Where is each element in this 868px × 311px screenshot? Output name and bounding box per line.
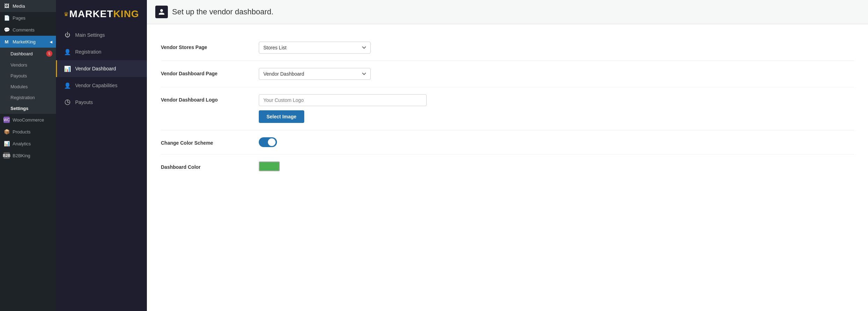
mk-nav-label: Vendor Dashboard [75,66,116,71]
select-image-button[interactable]: Select Image [259,110,304,123]
mk-nav-vendor-capabilities[interactable]: 👤 Vendor Capabilities [56,77,147,94]
toggle-thumb [268,138,276,146]
logo-text: MarketKing [69,8,139,20]
sidebar-item-label: Media [13,4,52,9]
marketking-icon: M [3,39,10,45]
setting-label-color-scheme: Change Color Scheme [161,137,252,146]
dashboard-color-swatch[interactable] [259,161,280,171]
mk-nav-label: Registration [75,49,101,55]
setting-vendor-dashboard-logo: Vendor Dashboard Logo Select Image [161,87,854,130]
vendor-dashboard-icon: 📊 [64,65,71,72]
mk-nav-vendor-dashboard[interactable]: 📊 Vendor Dashboard [56,60,147,77]
setting-label-vendor-logo: Vendor Dashboard Logo [161,94,252,103]
submenu-item-label: Modules [10,84,52,89]
sidebar-item-comments[interactable]: 💬 Comments [0,24,56,36]
sidebar-item-woocommerce[interactable]: WC WooCommerce [0,114,56,126]
setting-control-vendor-logo: Select Image [259,94,854,123]
setting-control-vendor-dashboard: Vendor Dashboard Custom Page [259,68,854,80]
sidebar-item-payouts[interactable]: Payouts [0,70,56,81]
sidebar-item-modules[interactable]: Modules [0,81,56,92]
power-icon: ⏻ [64,32,71,39]
marketking-submenu: Dashboard 5 Vendors Payouts Modules Regi… [0,48,56,114]
sidebar-item-registration[interactable]: Registration [0,92,56,103]
media-icon: 🖼 [3,3,10,9]
mk-nav-label: Vendor Capabilities [75,83,118,88]
mk-nav-main-settings[interactable]: ⏻ Main Settings [56,27,147,43]
payouts-icon [64,99,71,106]
sidebar-item-label: Pages [13,15,52,21]
sidebar-item-vendors[interactable]: Vendors [0,60,56,70]
setting-control-dashboard-color [259,161,854,171]
sidebar-item-dashboard[interactable]: Dashboard 5 [0,48,56,60]
setting-label-vendor-stores: Vendor Stores Page [161,42,252,50]
pages-icon: 📄 [3,15,10,21]
comments-icon: 💬 [3,27,10,33]
sidebar-item-label: WooCommerce [13,117,52,123]
submenu-item-label: Vendors [10,62,52,68]
submenu-item-label: Settings [10,106,52,111]
collapse-arrow-icon: ◀ [50,40,52,44]
color-scheme-toggle[interactable] [259,137,277,147]
sidebar-item-label: B2BKing [13,153,52,158]
setting-vendor-dashboard-page: Vendor Dashboard Page Vendor Dashboard C… [161,61,854,87]
main-content-area: Set up the vendor dashboard. Vendor Stor… [147,0,868,311]
vendor-stores-page-dropdown[interactable]: Stores List Custom Page [259,42,371,54]
sidebar-item-label: Comments [13,27,52,33]
mk-nav-registration[interactable]: 👤 Registration [56,43,147,60]
settings-content: Vendor Stores Page Stores List Custom Pa… [147,24,868,189]
page-header: Set up the vendor dashboard. [147,0,868,24]
sidebar-item-b2bking[interactable]: B2B B2BKing [0,150,56,161]
mk-nav-payouts[interactable]: Payouts [56,94,147,111]
page-title: Set up the vendor dashboard. [172,7,273,16]
mk-nav-label: Payouts [75,99,93,105]
sidebar-item-analytics[interactable]: 📊 Analytics [0,138,56,150]
setting-control-vendor-stores: Stores List Custom Page [259,42,854,54]
woocommerce-icon: WC [3,117,10,123]
sidebar-item-settings[interactable]: Settings [0,103,56,114]
setting-label-dashboard-color: Dashboard Color [161,161,252,170]
products-icon: 📦 [3,129,10,135]
setting-change-color-scheme: Change Color Scheme [161,130,854,154]
submenu-item-label: Dashboard [10,51,43,56]
setting-dashboard-color: Dashboard Color [161,154,854,178]
mk-nav-label: Main Settings [75,32,105,38]
page-header-icon [155,6,168,18]
sidebar-item-marketking[interactable]: M MarketKing ◀ [0,36,56,48]
sidebar-item-pages[interactable]: 📄 Pages [0,12,56,24]
setting-label-vendor-dashboard: Vendor Dashboard Page [161,68,252,76]
setting-control-color-scheme [259,137,854,147]
sidebar-item-products[interactable]: 📦 Products [0,126,56,138]
sidebar-item-label: MarketKing [13,39,47,44]
vendor-dashboard-page-dropdown[interactable]: Vendor Dashboard Custom Page [259,68,371,80]
marketking-logo: ♛ MarketKing [56,0,147,27]
registration-icon: 👤 [64,48,71,55]
marketking-plugin-sidebar: ♛ MarketKing ⏻ Main Settings 👤 Registrat… [56,0,147,311]
wp-admin-sidebar: 🖼 Media 📄 Pages 💬 Comments M MarketKing … [0,0,56,311]
vendor-logo-input[interactable] [259,94,427,106]
crown-icon: ♛ [64,11,69,18]
submenu-item-label: Payouts [10,73,52,78]
sidebar-item-label: Analytics [13,141,52,146]
dashboard-badge: 5 [46,50,52,57]
b2bking-icon: B2B [3,152,10,159]
setting-vendor-stores-page: Vendor Stores Page Stores List Custom Pa… [161,35,854,61]
sidebar-item-media[interactable]: 🖼 Media [0,0,56,12]
vendor-capabilities-icon: 👤 [64,82,71,89]
analytics-icon: 📊 [3,140,10,147]
sidebar-item-label: Products [13,129,52,134]
submenu-item-label: Registration [10,95,52,100]
